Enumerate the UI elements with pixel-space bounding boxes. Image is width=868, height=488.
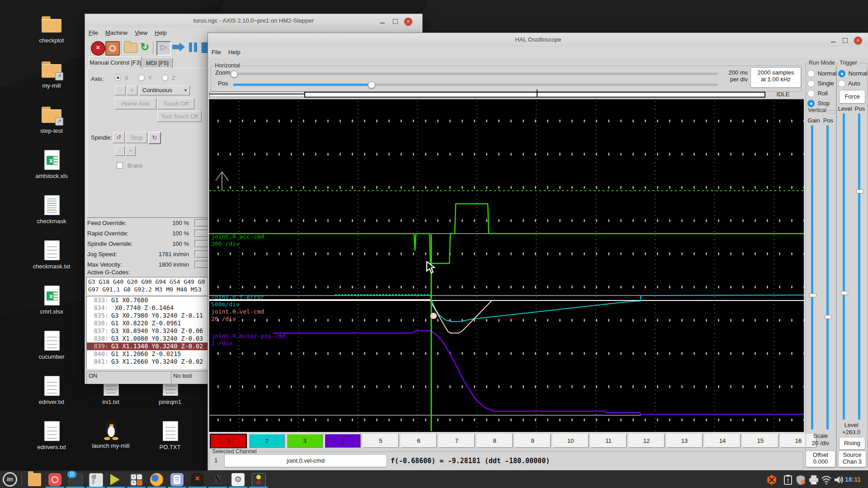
channel-button-11[interactable]: 11 <box>590 434 627 448</box>
run-program-button[interactable]: ▷ <box>156 41 171 56</box>
files-icon[interactable] <box>28 473 41 486</box>
pos-slider-knob[interactable] <box>368 81 375 89</box>
minimize-button[interactable] <box>379 18 386 25</box>
jog-minus-button[interactable]: - <box>115 85 126 95</box>
clock[interactable]: 18:11 <box>845 476 861 483</box>
printer-tray-icon[interactable] <box>808 474 819 485</box>
trigger-radio-auto[interactable]: Auto <box>838 80 860 87</box>
channel-button-14[interactable]: 14 <box>704 434 741 448</box>
axis-titlebar[interactable]: torus.ngc - AXIS 2.10.0~pre1 on HM2-Step… <box>85 14 422 28</box>
channel-button-9[interactable]: 9 <box>514 434 551 448</box>
menu-view[interactable]: View <box>131 28 151 38</box>
maximize-button[interactable] <box>841 37 849 44</box>
menu-file[interactable]: File <box>85 28 102 38</box>
trigger-radio-normal[interactable]: Normal <box>838 70 868 77</box>
tab-manual-control[interactable]: Manual Control [F3] <box>89 56 142 69</box>
desktop-icon-cucumber[interactable]: cucumber <box>30 330 73 360</box>
scope-display[interactable]: joint.0.acc-cmd200 /divjoint.0.f-error50… <box>209 99 804 432</box>
minimize-button[interactable] <box>830 37 837 44</box>
machine-power-button[interactable] <box>105 41 120 56</box>
menu-help[interactable]: Help <box>225 47 244 57</box>
selected-channel-name-button[interactable]: joint.0.vel-cmd <box>224 454 387 467</box>
calculator-icon[interactable]: +−×= <box>130 473 143 486</box>
channel-button-12[interactable]: 12 <box>628 434 665 448</box>
brake-checkbox[interactable] <box>117 162 123 169</box>
spindle-plus-button[interactable]: + <box>126 146 136 156</box>
writer-icon[interactable] <box>170 473 184 486</box>
desktop-icon-my-mill[interactable]: ↗my-mill <box>30 59 73 89</box>
hexchat-dark-icon[interactable] <box>191 473 204 486</box>
reload-button[interactable]: ↻ <box>138 41 151 54</box>
shield-tray-icon[interactable] <box>795 474 806 485</box>
abort-button[interactable]: × <box>91 41 105 56</box>
desktop-icon-checkmask-txt[interactable]: checkmask.txt <box>30 239 73 270</box>
vertical-offset-button[interactable]: Offset0.000 <box>806 450 835 467</box>
keyboard-layout-icon[interactable]: @2 <box>89 473 103 487</box>
spindle-ccw-button[interactable]: ↺ <box>113 132 125 143</box>
trigger-edge-button[interactable]: Rising <box>839 437 865 450</box>
channel-button-3[interactable]: 3 <box>287 434 323 448</box>
run-from-line-button[interactable] <box>172 45 179 49</box>
clipboard-tray-icon[interactable]: ! <box>783 474 793 485</box>
desktop-icon-amtstock-xls[interactable]: xamtstock.xls <box>30 149 73 179</box>
desktop-icon-checkplot[interactable]: checkplot <box>30 14 73 44</box>
samples-button[interactable]: 2000 samplesat 1.00 kHz <box>750 67 801 88</box>
spindle-stop-button[interactable]: Stop <box>126 132 147 143</box>
channel-button-13[interactable]: 13 <box>666 434 703 448</box>
zoom-slider[interactable] <box>233 73 718 75</box>
wifi-tray-icon[interactable] <box>821 474 832 485</box>
axis-radio-y[interactable]: Y <box>138 75 152 81</box>
arrow-launcher-icon[interactable] <box>109 473 123 486</box>
tool-touch-off-button[interactable]: Tool Touch Off <box>157 111 202 122</box>
touch-off-button[interactable]: Touch Off <box>157 98 194 109</box>
maximize-button[interactable] <box>392 18 399 25</box>
terminal-badge-icon[interactable]: 11 <box>69 473 83 487</box>
home-axis-button[interactable]: Home Axis <box>115 98 156 109</box>
run-mode-radio-roll[interactable]: Roll <box>807 90 828 97</box>
menu-machine[interactable]: Machine <box>102 28 131 38</box>
spindle-cw-button[interactable]: ↻ <box>148 132 161 144</box>
hexchat-tray-icon[interactable] <box>766 474 777 485</box>
channel-button-4[interactable]: 4 <box>325 434 361 448</box>
pause-button[interactable] <box>187 41 200 54</box>
run-mode-radio-stop[interactable]: Stop <box>807 100 830 107</box>
mint-menu-button[interactable]: lm <box>3 472 17 487</box>
channel-button-6[interactable]: 6 <box>401 434 437 448</box>
trigger-pos-slider[interactable] <box>858 113 860 420</box>
scope-titlebar[interactable]: HAL Oscilloscope × <box>208 33 868 47</box>
desktop-icon-cmrt-xlsx[interactable]: xcmrt.xlsx <box>30 285 73 315</box>
channel-button-5[interactable]: 5 <box>363 434 399 448</box>
close-button[interactable]: × <box>404 18 412 26</box>
channel-button-7[interactable]: 7 <box>439 434 475 448</box>
run-mode-radio-normal[interactable]: Normal <box>807 70 837 77</box>
channel-button-8[interactable]: 8 <box>476 434 513 448</box>
tab-mdi[interactable]: MDI [F5] <box>142 58 173 68</box>
record-view-window[interactable] <box>304 92 765 98</box>
channel-button-2[interactable]: 2 <box>249 434 285 448</box>
trigger-level-slider[interactable] <box>843 113 845 420</box>
menu-file[interactable]: File <box>208 47 225 57</box>
desktop-icon-checkmask[interactable]: checkmask <box>30 194 73 225</box>
desktop-icon-step-test[interactable]: ↗step-test <box>30 104 73 134</box>
desktop-icon-edrivers-txt[interactable]: edrivers.txt <box>30 420 73 450</box>
force-trigger-button[interactable]: Force <box>839 90 865 103</box>
jog-mode-dropdown[interactable]: Continuous ▼ <box>139 85 190 95</box>
axis-radio-z[interactable]: Z <box>162 75 175 81</box>
desktop-icon-po-txt[interactable]: PO.TXT <box>148 420 192 450</box>
red-media-icon[interactable] <box>48 473 61 486</box>
axis-radio-x[interactable]: X <box>115 75 128 81</box>
volume-tray-icon[interactable] <box>833 474 844 485</box>
desktop-icon-launch-my-mill[interactable]: launch my-mill <box>89 419 132 449</box>
trigger-source-button[interactable]: SourceChan 3 <box>838 450 866 467</box>
firefox-icon[interactable] <box>150 473 163 486</box>
channel-button-15[interactable]: 15 <box>742 434 778 448</box>
open-file-button[interactable] <box>124 43 137 53</box>
vertical-pos-slider[interactable] <box>826 125 829 430</box>
menu-help[interactable]: Help <box>151 28 170 38</box>
latex-icon[interactable]: X <box>211 473 224 486</box>
jog-plus-button[interactable]: + <box>127 85 137 95</box>
channel-button-1[interactable]: 1 <box>210 434 247 449</box>
vertical-gain-slider[interactable] <box>811 125 813 430</box>
scope-launcher-icon[interactable] <box>252 473 266 487</box>
channel-button-10[interactable]: 10 <box>552 434 589 448</box>
